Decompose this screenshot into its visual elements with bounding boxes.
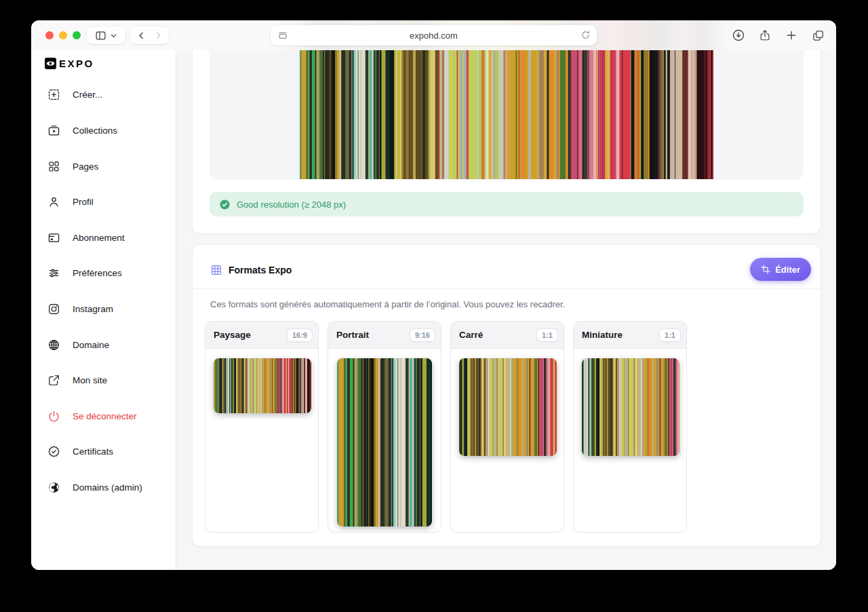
back-icon[interactable] xyxy=(137,31,146,40)
sidebar-item-label: Collections xyxy=(73,126,117,136)
format-name: Miniature xyxy=(582,330,623,340)
grid-icon xyxy=(210,264,222,276)
sidebar-item-profil[interactable]: Profil xyxy=(31,184,175,220)
sidebar-item-cr-er[interactable]: Créer... xyxy=(31,77,175,113)
sidebar-item-domains-admin[interactable]: Domains (admin) xyxy=(31,470,175,505)
sidebar-menu: Créer...CollectionsPagesProfilAbonnement… xyxy=(31,77,175,505)
sidebar-item-mon-site[interactable]: Mon site xyxy=(31,362,175,398)
sidebar-item-label: Certificats xyxy=(73,446,113,457)
globe-filled-icon xyxy=(47,481,60,494)
toolbar-right-icons xyxy=(731,26,825,45)
formats-title: Formats Expo xyxy=(229,265,292,275)
close-window-button[interactable] xyxy=(45,31,54,39)
sidebar-item-label: Domaine xyxy=(73,340,109,350)
url-text[interactable]: expohd.com xyxy=(271,31,597,41)
sidebar-item-label: Créer... xyxy=(73,90,102,100)
sidebar-item-se-d-connecter[interactable]: Se déconnecter xyxy=(31,398,175,434)
format-card-header: Carré1:1 xyxy=(451,322,564,349)
zoom-window-button[interactable] xyxy=(73,31,81,39)
sidebar-item-label: Pages xyxy=(73,161,98,172)
credit-card-icon xyxy=(47,231,60,244)
expo-logo-icon xyxy=(45,58,56,69)
format-card-header: Paysage16:9 xyxy=(205,322,318,349)
plus-square-dashed-icon xyxy=(47,88,60,101)
minimize-window-button[interactable] xyxy=(59,31,67,39)
sidebar-item-instagram[interactable]: Instagram xyxy=(31,291,175,327)
app-sidebar: EXPO Créer...CollectionsPagesProfilAbonn… xyxy=(31,20,176,570)
format-card-header: Miniature1:1 xyxy=(574,322,686,349)
main-content: Good resolution (≥ 2048 px) Formats Expo… xyxy=(176,20,836,570)
person-icon xyxy=(47,195,60,208)
format-ratio-badge: 1:1 xyxy=(536,328,558,342)
format-card-body xyxy=(574,349,686,465)
format-card-body xyxy=(205,349,318,423)
traffic-lights xyxy=(45,31,81,39)
format-name: Portrait xyxy=(336,330,369,340)
sliders-icon xyxy=(47,267,60,280)
chevron-down-icon[interactable] xyxy=(110,32,117,39)
crop-icon xyxy=(761,265,770,274)
formats-grid: Paysage16:9Portrait9:16Carré1:1Miniature… xyxy=(205,321,687,533)
external-link-icon xyxy=(47,374,60,387)
browser-toolbar: expohd.com xyxy=(31,20,836,50)
badge-check-icon xyxy=(47,445,60,458)
sidebar-item-label: Se déconnecter xyxy=(73,411,137,421)
edit-button[interactable]: Éditer xyxy=(750,258,811,281)
format-name: Paysage xyxy=(214,330,251,340)
downloads-icon[interactable] xyxy=(731,26,746,45)
sidebar-item-pages[interactable]: Pages xyxy=(31,149,175,185)
format-card-miniature[interactable]: Miniature1:1 xyxy=(573,321,687,533)
new-tab-icon[interactable] xyxy=(784,26,799,45)
expo-logo-text: EXPO xyxy=(59,58,94,69)
sidebar-toggle-group xyxy=(87,26,125,44)
power-icon xyxy=(47,410,60,423)
sidebar-item-collections[interactable]: Collections xyxy=(31,113,175,149)
sidebar-toggle-icon[interactable] xyxy=(95,30,106,41)
browser-window: Good resolution (≥ 2048 px) Formats Expo… xyxy=(31,20,836,570)
format-ratio-badge: 9:16 xyxy=(410,328,435,342)
sidebar-item-label: Mon site xyxy=(73,375,107,385)
format-card-carre[interactable]: Carré1:1 xyxy=(450,321,564,533)
format-thumbnail-portrait[interactable] xyxy=(337,358,432,527)
formats-header: Formats Expo Éditer xyxy=(193,245,821,289)
check-circle-icon xyxy=(219,199,231,210)
share-icon[interactable] xyxy=(757,26,772,45)
format-name: Carré xyxy=(459,330,483,340)
formats-expo-card: Formats Expo Éditer Ces formats sont gén… xyxy=(192,244,821,547)
format-ratio-badge: 16:9 xyxy=(287,328,313,342)
sidebar-item-domaine[interactable]: Domaine xyxy=(31,327,175,363)
nav-buttons xyxy=(130,26,169,44)
format-thumbnail-carre[interactable] xyxy=(459,358,557,456)
sidebar-item-certificats[interactable]: Certificats xyxy=(31,434,175,470)
sidebar-item-label: Préférences xyxy=(73,268,122,278)
sidebar-item-label: Instagram xyxy=(73,304,113,314)
instagram-icon xyxy=(47,303,60,315)
format-card-paysage[interactable]: Paysage16:9 xyxy=(205,321,319,533)
format-card-body xyxy=(328,349,441,533)
pages-grid-icon xyxy=(47,160,60,173)
format-thumbnail-miniature[interactable] xyxy=(582,358,679,456)
original-image-card: Good resolution (≥ 2048 px) xyxy=(192,20,821,234)
expo-logo: EXPO xyxy=(45,58,94,69)
resolution-status-text: Good resolution (≥ 2048 px) xyxy=(237,199,346,210)
sidebar-item-abonnement[interactable]: Abonnement xyxy=(31,220,175,256)
collections-icon xyxy=(47,124,60,137)
format-ratio-badge: 1:1 xyxy=(659,328,681,342)
url-bar[interactable]: expohd.com xyxy=(271,25,597,45)
formats-description: Ces formats sont générés automatiquement… xyxy=(210,299,803,309)
format-card-portrait[interactable]: Portrait9:16 xyxy=(328,321,441,533)
sidebar-item-pr-f-rences[interactable]: Préférences xyxy=(31,256,175,292)
edit-button-label: Éditer xyxy=(775,265,800,275)
forward-icon[interactable] xyxy=(154,31,163,40)
resolution-status-banner: Good resolution (≥ 2048 px) xyxy=(210,192,804,216)
globe-icon xyxy=(47,339,60,351)
sidebar-item-label: Abonnement xyxy=(73,233,125,243)
reload-icon[interactable] xyxy=(580,30,591,43)
sidebar-item-label: Profil xyxy=(73,197,94,207)
format-thumbnail-paysage[interactable] xyxy=(214,358,311,413)
format-card-body xyxy=(451,349,564,465)
format-card-header: Portrait9:16 xyxy=(328,322,441,349)
sidebar-item-label: Domains (admin) xyxy=(73,482,142,493)
tabs-overview-icon[interactable] xyxy=(810,26,825,45)
